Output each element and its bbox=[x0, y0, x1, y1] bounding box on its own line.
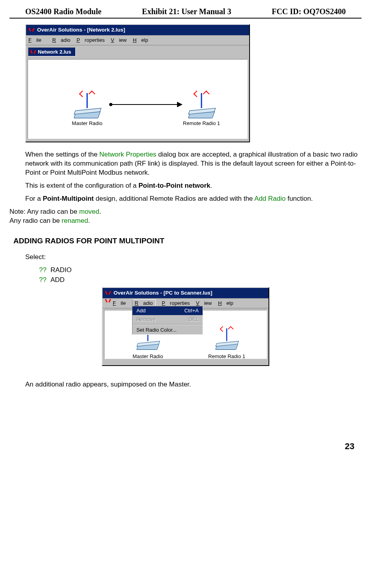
note-block: Note: Any radio can be moved. Any radio … bbox=[9, 207, 358, 226]
master-radio[interactable]: Master Radio bbox=[60, 97, 115, 127]
header-right: FCC ID: OQ7OS2400 bbox=[272, 6, 346, 17]
document-tab[interactable]: Network 2.lus bbox=[28, 47, 76, 57]
link-renamed[interactable]: renamed bbox=[62, 217, 88, 224]
network-canvas: Master Radio Remote Radio 1 bbox=[28, 59, 248, 139]
select-list: ??RADIO ??ADD bbox=[39, 266, 358, 285]
app-window-menu: OverAir Solutions - [PC to Scanner.lus] … bbox=[102, 287, 269, 366]
menu-help[interactable]: Help bbox=[133, 37, 148, 43]
master-radio-label: Master Radio bbox=[120, 353, 175, 360]
header-left: OS2400 Radio Module bbox=[25, 6, 101, 17]
link-network-properties[interactable]: Network Properties bbox=[99, 151, 157, 158]
titlebar: OverAir Solutions - [PC to Scanner.lus] bbox=[103, 288, 268, 299]
menu-help[interactable]: Help bbox=[218, 300, 233, 306]
rf-link-line bbox=[112, 104, 178, 105]
link-add-radio[interactable]: Add Radio bbox=[254, 195, 285, 202]
menu-properties[interactable]: Properties bbox=[76, 37, 104, 43]
window-title: OverAir Solutions - [PC to Scanner.lus] bbox=[114, 289, 213, 297]
select-label: Select: bbox=[25, 253, 358, 262]
remote-radio[interactable]: Remote Radio 1 bbox=[199, 330, 254, 360]
radio-dropdown: Add Ctrl+A Re↖move DEL Set Radio Color..… bbox=[132, 306, 203, 335]
page-number: 23 bbox=[13, 441, 358, 452]
section-heading: ADDING RADIOS FOR POINT MULTIPOINT bbox=[13, 236, 358, 246]
menu-file[interactable]: File bbox=[28, 37, 46, 43]
dropdown-set-color[interactable]: Set Radio Color... bbox=[132, 326, 203, 334]
menu-radio[interactable]: Radio bbox=[52, 37, 71, 43]
app-icon bbox=[30, 49, 36, 55]
link-moved[interactable]: moved bbox=[79, 208, 99, 215]
remote-radio-label: Remote Radio 1 bbox=[199, 353, 254, 360]
menubar: File Radio Properties View Help bbox=[26, 35, 249, 45]
menu-properties[interactable]: Properties bbox=[162, 300, 190, 306]
paragraph-pmp: For a Point-Multipoint design, additiona… bbox=[25, 194, 358, 203]
app-window-network: OverAir Solutions - [Network 2.lus] File… bbox=[25, 24, 250, 142]
dropdown-remove: Re↖move DEL bbox=[132, 315, 203, 324]
paragraph-ptp: This is extent of the configuration of a… bbox=[25, 181, 358, 190]
paragraph-intro: When the settings of the Network Propert… bbox=[25, 150, 358, 177]
menu-view[interactable]: View bbox=[196, 300, 212, 306]
header-center: Exhibit 21: User Manual 3 bbox=[142, 6, 231, 17]
menu-file[interactable]: File bbox=[113, 300, 126, 306]
app-icon bbox=[28, 27, 35, 33]
tab-label: Network 2.lus bbox=[38, 49, 71, 56]
app-icon bbox=[105, 290, 111, 296]
rf-link-arrow-icon bbox=[177, 102, 183, 107]
page-header: OS2400 Radio Module Exhibit 21: User Man… bbox=[9, 6, 362, 19]
closing-paragraph: An additional radio appears, supimposed … bbox=[25, 380, 358, 389]
titlebar: OverAir Solutions - [Network 2.lus] bbox=[26, 25, 249, 35]
window-title: OverAir Solutions - [Network 2.lus] bbox=[37, 26, 125, 34]
app-icon bbox=[105, 298, 111, 304]
dropdown-add[interactable]: Add Ctrl+A bbox=[132, 306, 203, 315]
menu-view[interactable]: View bbox=[111, 37, 127, 43]
bullet-icon: ?? bbox=[39, 266, 47, 274]
master-radio-label: Master Radio bbox=[60, 120, 115, 127]
bullet-icon: ?? bbox=[39, 276, 47, 284]
remote-radio-label: Remote Radio 1 bbox=[174, 120, 229, 127]
